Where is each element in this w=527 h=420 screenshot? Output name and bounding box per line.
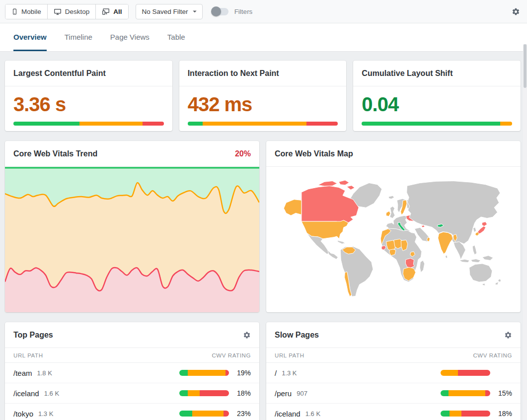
column-url-path: URL PATH (275, 352, 304, 358)
cwv-distribution-bar (362, 122, 512, 126)
poor-percent: 18% (229, 389, 251, 397)
poor-percent: 23% (229, 410, 251, 418)
page-view-count: 907 (297, 390, 307, 397)
toolbar: Mobile Desktop All No Saved Filter Filte… (0, 0, 527, 23)
metric-title: Largest Contentful Paint (13, 69, 106, 78)
url-path[interactable]: /team (13, 369, 32, 377)
card-title: Core Web Vitals Trend (13, 149, 97, 158)
cwv-rating-bar (179, 370, 229, 376)
cwv-trend-card: Core Web Vitals Trend 20% (5, 141, 259, 312)
cwv-rating-bar (179, 411, 229, 417)
column-cwv-rating: CWV RATING (212, 352, 251, 358)
filters-toggle[interactable]: Filters (212, 8, 253, 15)
device-button-label: Mobile (21, 8, 41, 15)
url-path[interactable]: /iceland (13, 389, 39, 398)
tab-label: Overview (13, 33, 47, 41)
cwv-trend-chart[interactable] (5, 167, 259, 312)
tab-overview[interactable]: Overview (13, 23, 47, 51)
metric-value: 3.36 s (13, 92, 164, 116)
cwv-world-map[interactable] (266, 167, 521, 312)
card-title: Core Web Vitals Map (275, 149, 353, 158)
device-button-all[interactable]: All (96, 4, 128, 19)
inp-card: Interaction to Next Paint 432 ms (179, 61, 347, 131)
cwv-distribution-bar (188, 122, 338, 126)
cwv-rating-bar (441, 370, 490, 376)
top-pages-card: Top Pages URL PATH CWV RATING /team 1.8 … (5, 322, 259, 420)
settings-gear-icon[interactable] (512, 7, 520, 16)
cwv-distribution-bar (13, 122, 164, 126)
page-view-count: 1.8 K (37, 369, 52, 377)
tab-timeline[interactable]: Timeline (65, 23, 92, 51)
cls-card: Cumulative Layout Shift 0.04 (353, 61, 521, 131)
url-path[interactable]: /iceland (275, 410, 301, 418)
table-row[interactable]: /peru 907 15% (266, 383, 521, 404)
device-button-label: Desktop (65, 8, 90, 15)
page-view-count: 1.6 K (44, 390, 59, 397)
poor-percent: 15% (490, 389, 512, 397)
trend-badge: 20% (235, 149, 251, 158)
table-header: URL PATH CWV RATING (5, 348, 259, 363)
devices-icon (102, 8, 110, 15)
card-title: Slow Pages (275, 331, 319, 340)
table-row[interactable]: /iceland 1.6 K 18% (5, 383, 259, 404)
gear-icon[interactable] (504, 331, 512, 339)
page-view-count: 1.3 K (38, 410, 53, 418)
cwv-rating-bar (441, 411, 490, 417)
page-view-count: 1.6 K (305, 410, 320, 418)
desktop-icon (54, 8, 62, 15)
url-path[interactable]: /tokyo (13, 410, 33, 418)
device-button-label: All (113, 8, 122, 15)
slow-pages-card: Slow Pages URL PATH CWV RATING / 1.3 K /… (266, 322, 521, 420)
gear-icon[interactable] (243, 331, 251, 339)
tab-table[interactable]: Table (167, 23, 185, 51)
metric-title: Cumulative Layout Shift (362, 69, 452, 78)
cwv-map-card: Core Web Vitals Map (266, 141, 521, 312)
dashboard-content: Largest Contentful Paint 3.36 s Interact… (0, 52, 527, 420)
metric-value: 0.04 (362, 92, 512, 116)
device-button-desktop[interactable]: Desktop (48, 4, 96, 19)
column-url-path: URL PATH (13, 352, 43, 358)
url-path[interactable]: / (275, 369, 277, 377)
cwv-rating-bar (179, 390, 229, 396)
tab-page-views[interactable]: Page Views (110, 23, 150, 51)
tab-label: Timeline (65, 33, 92, 41)
metric-value: 432 ms (188, 92, 338, 116)
tab-label: Page Views (110, 33, 150, 41)
vertical-scrollbar[interactable] (523, 44, 527, 420)
card-title: Top Pages (13, 331, 53, 340)
lcp-card: Largest Contentful Paint 3.36 s (5, 61, 172, 131)
filters-toggle-label: Filters (234, 8, 253, 15)
table-row[interactable]: /iceland 1.6 K 18% (266, 404, 521, 420)
tab-bar: Overview Timeline Page Views Table (0, 23, 527, 52)
saved-filter-label: No Saved Filter (142, 8, 188, 15)
poor-percent: 18% (490, 410, 512, 418)
device-segmented-control: Mobile Desktop All (5, 4, 129, 19)
table-row[interactable]: /team 1.8 K 19% (5, 363, 259, 383)
table-row[interactable]: /tokyo 1.3 K 23% (5, 404, 259, 420)
tab-label: Table (167, 33, 185, 41)
scrollbar-thumb[interactable] (524, 44, 527, 88)
device-button-mobile[interactable]: Mobile (5, 4, 48, 19)
toggle-knob (211, 6, 221, 16)
saved-filter-dropdown[interactable]: No Saved Filter (136, 4, 203, 19)
chevron-down-icon (190, 7, 199, 16)
column-cwv-rating: CWV RATING (473, 352, 512, 358)
table-row[interactable]: / 1.3 K (266, 363, 521, 383)
table-header: URL PATH CWV RATING (266, 348, 521, 363)
phone-icon (11, 8, 18, 15)
page-view-count: 1.3 K (282, 369, 297, 377)
cwv-rating-bar (441, 390, 490, 396)
toggle-track[interactable] (212, 8, 228, 15)
metric-title: Interaction to Next Paint (188, 69, 279, 78)
url-path[interactable]: /peru (275, 389, 292, 398)
poor-percent: 19% (229, 369, 251, 377)
